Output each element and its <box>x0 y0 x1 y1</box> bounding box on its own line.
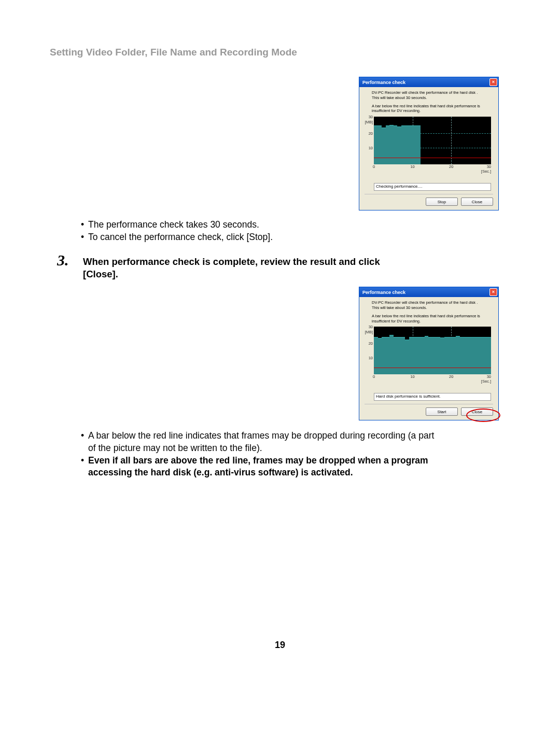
bullet-dot: • <box>81 430 88 454</box>
dialog1-body: DV-PC Recorder will check the performanc… <box>359 87 498 210</box>
red-threshold-line <box>374 368 491 368</box>
step-number: 3. <box>50 252 83 268</box>
dialog2-body: DV-PC Recorder will check the performanc… <box>359 297 498 420</box>
dialog1-x-axis: 0 10 20 30 [Sec.] <box>374 164 491 172</box>
red-threshold-line <box>374 158 491 158</box>
x-10: 10 <box>410 374 414 379</box>
x-30: 30 <box>487 374 491 379</box>
x-30: 30 <box>487 164 491 169</box>
stop-button[interactable]: Stop <box>426 198 458 206</box>
x-0: 0 <box>373 164 375 169</box>
x-sec: [Sec.] <box>481 169 491 174</box>
bullet-text-a: A bar below the red line indicates that … <box>88 430 434 441</box>
bullet-row: • The performance check takes 30 seconds… <box>81 219 510 231</box>
bullet-row: • Even if all bars are above the red lin… <box>81 455 510 479</box>
dialog2-wrapper: Performance check × DV-PC Recorder will … <box>50 287 499 420</box>
dialog1-desc1: DV-PC Recorder will check the performanc… <box>372 90 493 101</box>
bullet-text-a: Even if all bars are above the red line,… <box>88 455 428 466</box>
dialog2-title: Performance check <box>362 290 405 295</box>
performance-check-dialog-2: Performance check × DV-PC Recorder will … <box>359 287 499 420</box>
dialog1-titlebar: Performance check × <box>359 77 498 87</box>
dialog2-plot <box>374 327 491 374</box>
bullet-text: Even if all bars are above the red line,… <box>88 455 428 479</box>
dialog1-status: Checking performance.... <box>374 183 491 191</box>
dialog2-y-labels: 30 [MB] 20 10 <box>362 327 373 378</box>
dialog2-desc1a: DV-PC Recorder will check the performanc… <box>372 300 493 305</box>
dialog1-title: Performance check <box>362 80 405 85</box>
dialog1-desc2: A bar below the red line indicates that … <box>372 104 493 114</box>
page-number: 19 <box>50 640 510 651</box>
dialog1-desc1a: DV-PC Recorder will check the performanc… <box>372 90 493 95</box>
dialog1-buttons: Stop Close <box>365 194 493 206</box>
dialog1-chart: 30 [MB] 20 10 <box>365 117 493 174</box>
x-0: 0 <box>373 374 375 379</box>
bullets-2: • A bar below the red line indicates tha… <box>81 430 510 479</box>
x-20: 20 <box>449 374 453 379</box>
performance-check-dialog-1: Performance check × DV-PC Recorder will … <box>359 77 499 210</box>
y-mb: [MB] <box>362 330 373 334</box>
close-icon[interactable]: × <box>489 288 497 296</box>
bullet-text: To cancel the performance check, click [… <box>88 231 273 244</box>
close-button[interactable]: Close <box>461 198 493 206</box>
bullets-1: • The performance check takes 30 seconds… <box>81 219 510 243</box>
x-10: 10 <box>410 164 414 169</box>
dialog1-desc2a: A bar below the red line indicates that … <box>372 104 493 109</box>
dialog2-chart: 30 [MB] 20 10 <box>365 327 493 384</box>
bullet-dot: • <box>81 455 88 479</box>
y-mb: [MB] <box>362 120 373 124</box>
step-3: 3. When performance check is complete, r… <box>50 252 510 280</box>
y-30: 30 <box>362 325 373 329</box>
x-sec: [Sec.] <box>481 379 491 384</box>
y-30: 30 <box>362 115 373 119</box>
dialog1-plot <box>374 117 491 164</box>
start-button[interactable]: Start <box>426 407 458 416</box>
x-20: 20 <box>449 164 453 169</box>
dialog1-desc1b: This will take about 30 seconds. <box>372 95 493 101</box>
dialog1-desc2b: insufficient for DV recording. <box>372 108 493 114</box>
dialog1-wrapper: Performance check × DV-PC Recorder will … <box>50 77 499 210</box>
bullet-text-b: accessing the hard disk (e.g. anti-virus… <box>88 467 353 477</box>
y-10: 10 <box>362 146 373 150</box>
dialog1-y-labels: 30 [MB] 20 10 <box>362 117 373 168</box>
document-page: Setting Video Folder, File Name and Reco… <box>0 0 560 677</box>
step-text-b: [Close]. <box>83 269 118 279</box>
bullet-text-b: of the picture may not be written to the… <box>88 443 262 453</box>
y-20: 20 <box>362 131 373 136</box>
dialog2-desc2a: A bar below the red line indicates that … <box>372 314 493 319</box>
section-title: Setting Video Folder, File Name and Reco… <box>50 47 510 58</box>
dialog2-desc2: A bar below the red line indicates that … <box>372 314 493 324</box>
dialog2-titlebar: Performance check × <box>359 287 498 297</box>
dialog2-x-axis: 0 10 20 30 [Sec.] <box>374 374 491 382</box>
step-text-a: When performance check is complete, revi… <box>83 256 380 267</box>
dialog2-buttons: Start Close <box>365 404 493 416</box>
bullet-text: A bar below the red line indicates that … <box>88 430 434 454</box>
dialog2-status: Hard disk performance is sufficient. <box>374 393 491 401</box>
dialog2-desc1b: This will take about 30 seconds. <box>372 305 493 311</box>
close-button[interactable]: Close <box>461 407 493 416</box>
bullet-text: The performance check takes 30 seconds. <box>88 219 259 231</box>
bullet-dot: • <box>81 231 88 244</box>
bullet-row: • To cancel the performance check, click… <box>81 231 510 244</box>
close-icon[interactable]: × <box>489 78 497 86</box>
dialog2-desc1: DV-PC Recorder will check the performanc… <box>372 300 493 311</box>
step-text: When performance check is complete, revi… <box>83 252 380 280</box>
bullet-dot: • <box>81 219 88 231</box>
y-10: 10 <box>362 356 373 360</box>
dialog2-desc2b: insufficient for DV recording. <box>372 319 493 324</box>
y-20: 20 <box>362 341 373 346</box>
bullet-row: • A bar below the red line indicates tha… <box>81 430 510 454</box>
